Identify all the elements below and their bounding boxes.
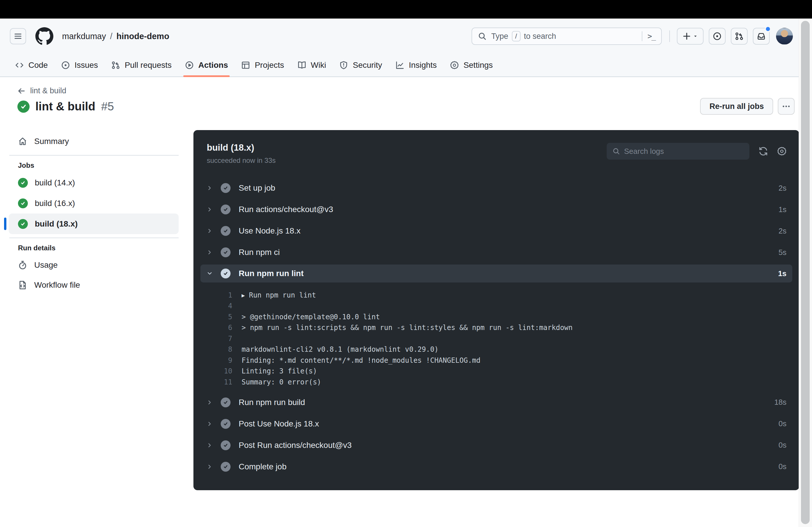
check-circle-icon (221, 419, 231, 429)
issues-dashboard-button[interactable] (709, 28, 726, 45)
rerun-all-jobs-button[interactable]: Re-run all jobs (700, 98, 773, 115)
tab-security[interactable]: Security (334, 54, 387, 76)
job-status-text: succeeded now in 33s (207, 156, 276, 165)
sidebar-job-build-18x[interactable]: build (18.x) (9, 213, 179, 234)
tab-issues[interactable]: Issues (56, 54, 103, 76)
log-line-text: Linting: 3 file(s) (242, 367, 317, 375)
sidebar-job-build-14x[interactable]: build (14.x) (9, 172, 179, 193)
step-complete-job[interactable]: Complete job 0s (193, 456, 799, 478)
command-palette-group: >_ (642, 31, 655, 41)
jobs-heading: Jobs (9, 161, 183, 169)
log-line-number: 4 (207, 302, 232, 310)
tab-settings[interactable]: Settings (445, 54, 498, 76)
log-settings-gear-icon[interactable] (777, 147, 786, 156)
tab-projects[interactable]: Projects (236, 54, 289, 76)
log-line[interactable]: 8 markdownlint-cli2 v0.8.1 (markdownlint… (207, 344, 786, 355)
breadcrumb: markdumay / hinode-demo (62, 32, 169, 41)
workflow-breadcrumb-link[interactable]: lint & build (17, 86, 114, 95)
command-palette-icon[interactable]: >_ (648, 32, 655, 41)
chevron-right-icon (207, 421, 213, 427)
tab-code[interactable]: Code (10, 54, 53, 76)
tab-actions[interactable]: Actions (180, 54, 233, 76)
log-expand-marker[interactable]: ▶ (242, 292, 245, 298)
log-line-text: Finding: *.md content/**/*.md !node_modu… (242, 356, 480, 364)
repo-name-link[interactable]: hinode-demo (117, 32, 169, 41)
log-line[interactable]: 9 Finding: *.md content/**/*.md !node_mo… (207, 355, 786, 366)
scrollbar-thumb[interactable] (801, 21, 810, 524)
sidebar-item-label: Summary (34, 137, 69, 146)
step-run-checkout[interactable]: Run actions/checkout@v3 1s (193, 199, 799, 220)
step-duration: 5s (779, 248, 786, 257)
log-line[interactable]: 5 > @gethinode/template@0.10.0 lint (207, 312, 786, 322)
inbox-button[interactable] (753, 28, 770, 45)
step-list: Set up job 2s Run actions/checkout@v3 1s… (193, 177, 799, 478)
check-circle-icon (221, 247, 231, 257)
check-circle-icon (221, 226, 231, 236)
run-header-left: lint & build lint & build #5 (17, 86, 114, 113)
step-post-use-nodejs[interactable]: Post Use Node.js 18.x 0s (193, 413, 799, 435)
sidebar-item-usage[interactable]: Usage (9, 255, 179, 275)
chevron-right-icon (207, 207, 213, 212)
log-search-box[interactable] (607, 143, 749, 160)
caret-down-icon (693, 34, 698, 39)
repo-owner-link[interactable]: markdumay (62, 32, 106, 41)
plus-icon (682, 32, 691, 41)
search-icon (478, 32, 487, 41)
pull-requests-dashboard-button[interactable] (731, 28, 748, 45)
create-new-button[interactable] (677, 28, 704, 45)
tab-label: Projects (255, 61, 284, 70)
step-use-nodejs[interactable]: Use Node.js 18.x 2s (193, 220, 799, 242)
job-title: build (18.x) (207, 142, 276, 153)
run-header: lint & build lint & build #5 Re-run all … (0, 86, 812, 115)
log-line[interactable]: 10 Linting: 3 file(s) (207, 366, 786, 377)
log-line[interactable]: 4 (207, 301, 786, 312)
chevron-right-icon (207, 185, 213, 191)
log-line-text: Summary: 0 error(s) (242, 378, 321, 386)
log-line-number: 11 (207, 378, 232, 386)
search-placeholder: Type / to search (491, 31, 556, 42)
more-options-button[interactable] (778, 98, 795, 115)
step-run-npm-run-lint[interactable]: Run npm run lint 1s (200, 265, 792, 283)
global-search-input[interactable]: Type / to search >_ (472, 28, 662, 45)
step-label: Post Run actions/checkout@v3 (239, 441, 352, 450)
tab-wiki[interactable]: Wiki (292, 54, 332, 76)
log-search-input[interactable] (624, 147, 743, 156)
sidebar-job-label: build (14.x) (35, 178, 75, 187)
run-title-row: lint & build #5 (17, 100, 114, 113)
avatar[interactable] (776, 28, 793, 45)
table-icon (241, 61, 250, 70)
step-run-npm-run-build[interactable]: Run npm run build 18s (193, 392, 799, 413)
log-line[interactable]: 1 ▶ Run npm run lint (207, 290, 786, 301)
tab-label: Insights (409, 61, 437, 70)
sidebar-item-workflow-file[interactable]: Workflow file (9, 275, 179, 295)
step-label: Complete job (239, 462, 287, 471)
tab-pull-requests[interactable]: Pull requests (106, 54, 177, 76)
github-logo-icon[interactable] (35, 27, 53, 45)
home-icon (18, 137, 27, 146)
log-line-number: 10 (207, 367, 232, 375)
refresh-icon[interactable] (759, 147, 768, 156)
sidebar-item-summary[interactable]: Summary (9, 131, 179, 152)
page-title: lint & build (35, 100, 96, 113)
scrollbar-track[interactable] (799, 18, 812, 527)
step-post-run-checkout[interactable]: Post Run actions/checkout@v3 0s (193, 435, 799, 456)
breadcrumb-separator: / (110, 32, 113, 41)
log-line[interactable]: 11 Summary: 0 error(s) (207, 377, 786, 388)
log-line-text: > npm run -s lint:scripts && npm run -s … (242, 323, 573, 332)
hamburger-menu-button[interactable] (10, 28, 26, 44)
log-line[interactable]: 6 > npm run -s lint:scripts && npm run -… (207, 322, 786, 333)
kebab-horizontal-icon (782, 102, 791, 111)
log-line[interactable]: 7 (207, 333, 786, 344)
sidebar-job-build-16x[interactable]: build (16.x) (9, 193, 179, 213)
success-check-icon (18, 198, 28, 208)
log-line-number: 9 (207, 356, 232, 364)
success-check-icon (17, 101, 30, 113)
step-run-npm-ci[interactable]: Run npm ci 5s (193, 242, 799, 263)
tab-insights[interactable]: Insights (390, 54, 442, 76)
tab-label: Actions (198, 61, 228, 70)
log-panel-header: build (18.x) succeeded now in 33s (193, 130, 799, 165)
tab-label: Pull requests (125, 61, 172, 70)
step-duration: 2s (779, 184, 786, 193)
step-set-up-job[interactable]: Set up job 2s (193, 177, 799, 199)
run-header-actions: Re-run all jobs (700, 98, 795, 115)
